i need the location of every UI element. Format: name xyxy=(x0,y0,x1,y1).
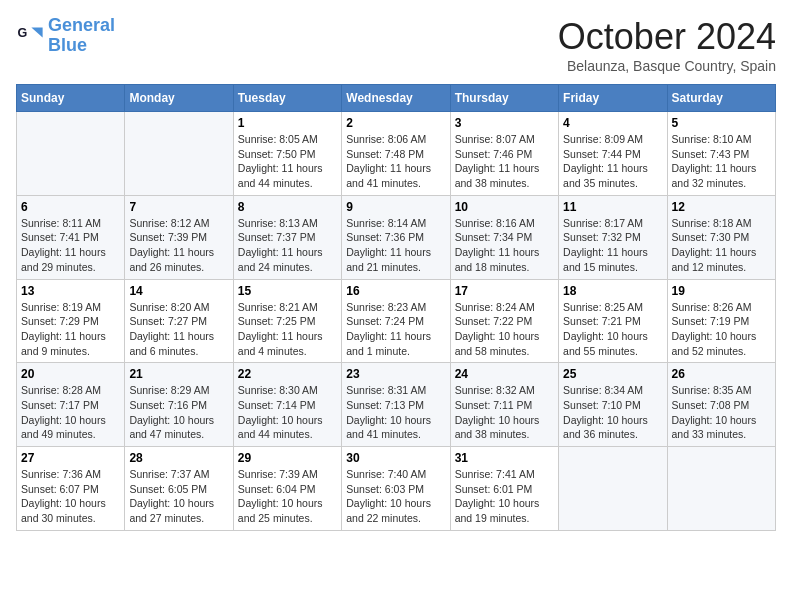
calendar-cell: 10Sunrise: 8:16 AM Sunset: 7:34 PM Dayli… xyxy=(450,195,558,279)
day-number: 8 xyxy=(238,200,337,214)
calendar-cell xyxy=(17,112,125,196)
calendar-cell: 11Sunrise: 8:17 AM Sunset: 7:32 PM Dayli… xyxy=(559,195,667,279)
calendar-cell: 1Sunrise: 8:05 AM Sunset: 7:50 PM Daylig… xyxy=(233,112,341,196)
day-number: 7 xyxy=(129,200,228,214)
calendar-cell: 27Sunrise: 7:36 AM Sunset: 6:07 PM Dayli… xyxy=(17,447,125,531)
day-info: Sunrise: 8:20 AM Sunset: 7:27 PM Dayligh… xyxy=(129,300,228,359)
day-info: Sunrise: 8:12 AM Sunset: 7:39 PM Dayligh… xyxy=(129,216,228,275)
calendar-cell xyxy=(559,447,667,531)
calendar-cell: 2Sunrise: 8:06 AM Sunset: 7:48 PM Daylig… xyxy=(342,112,450,196)
day-info: Sunrise: 8:16 AM Sunset: 7:34 PM Dayligh… xyxy=(455,216,554,275)
calendar-cell: 22Sunrise: 8:30 AM Sunset: 7:14 PM Dayli… xyxy=(233,363,341,447)
calendar-cell: 4Sunrise: 8:09 AM Sunset: 7:44 PM Daylig… xyxy=(559,112,667,196)
day-number: 6 xyxy=(21,200,120,214)
day-info: Sunrise: 8:23 AM Sunset: 7:24 PM Dayligh… xyxy=(346,300,445,359)
calendar-cell: 8Sunrise: 8:13 AM Sunset: 7:37 PM Daylig… xyxy=(233,195,341,279)
day-number: 21 xyxy=(129,367,228,381)
day-info: Sunrise: 8:35 AM Sunset: 7:08 PM Dayligh… xyxy=(672,383,771,442)
logo-line1: General xyxy=(48,16,115,36)
day-info: Sunrise: 8:07 AM Sunset: 7:46 PM Dayligh… xyxy=(455,132,554,191)
calendar-cell: 13Sunrise: 8:19 AM Sunset: 7:29 PM Dayli… xyxy=(17,279,125,363)
day-info: Sunrise: 7:40 AM Sunset: 6:03 PM Dayligh… xyxy=(346,467,445,526)
day-info: Sunrise: 8:30 AM Sunset: 7:14 PM Dayligh… xyxy=(238,383,337,442)
day-number: 27 xyxy=(21,451,120,465)
calendar-cell: 9Sunrise: 8:14 AM Sunset: 7:36 PM Daylig… xyxy=(342,195,450,279)
week-row-2: 6Sunrise: 8:11 AM Sunset: 7:41 PM Daylig… xyxy=(17,195,776,279)
day-info: Sunrise: 8:29 AM Sunset: 7:16 PM Dayligh… xyxy=(129,383,228,442)
calendar-cell: 23Sunrise: 8:31 AM Sunset: 7:13 PM Dayli… xyxy=(342,363,450,447)
day-number: 16 xyxy=(346,284,445,298)
day-info: Sunrise: 8:19 AM Sunset: 7:29 PM Dayligh… xyxy=(21,300,120,359)
day-number: 22 xyxy=(238,367,337,381)
week-row-5: 27Sunrise: 7:36 AM Sunset: 6:07 PM Dayli… xyxy=(17,447,776,531)
calendar-cell: 21Sunrise: 8:29 AM Sunset: 7:16 PM Dayli… xyxy=(125,363,233,447)
calendar-cell: 20Sunrise: 8:28 AM Sunset: 7:17 PM Dayli… xyxy=(17,363,125,447)
page-header: G General Blue October 2024 Belaunza, Ba… xyxy=(16,16,776,74)
day-number: 29 xyxy=(238,451,337,465)
weekday-header-tuesday: Tuesday xyxy=(233,85,341,112)
day-number: 24 xyxy=(455,367,554,381)
calendar-cell: 28Sunrise: 7:37 AM Sunset: 6:05 PM Dayli… xyxy=(125,447,233,531)
calendar-cell: 25Sunrise: 8:34 AM Sunset: 7:10 PM Dayli… xyxy=(559,363,667,447)
day-info: Sunrise: 8:24 AM Sunset: 7:22 PM Dayligh… xyxy=(455,300,554,359)
weekday-header-saturday: Saturday xyxy=(667,85,775,112)
weekday-header-thursday: Thursday xyxy=(450,85,558,112)
calendar-cell: 24Sunrise: 8:32 AM Sunset: 7:11 PM Dayli… xyxy=(450,363,558,447)
logo-icon: G xyxy=(16,22,44,50)
weekday-header-monday: Monday xyxy=(125,85,233,112)
day-number: 10 xyxy=(455,200,554,214)
day-info: Sunrise: 7:39 AM Sunset: 6:04 PM Dayligh… xyxy=(238,467,337,526)
title-block: October 2024 Belaunza, Basque Country, S… xyxy=(558,16,776,74)
logo: G General Blue xyxy=(16,16,115,56)
week-row-3: 13Sunrise: 8:19 AM Sunset: 7:29 PM Dayli… xyxy=(17,279,776,363)
calendar-cell: 3Sunrise: 8:07 AM Sunset: 7:46 PM Daylig… xyxy=(450,112,558,196)
calendar-table: SundayMondayTuesdayWednesdayThursdayFrid… xyxy=(16,84,776,531)
day-number: 12 xyxy=(672,200,771,214)
day-number: 23 xyxy=(346,367,445,381)
day-number: 11 xyxy=(563,200,662,214)
location: Belaunza, Basque Country, Spain xyxy=(558,58,776,74)
day-info: Sunrise: 8:13 AM Sunset: 7:37 PM Dayligh… xyxy=(238,216,337,275)
calendar-cell: 30Sunrise: 7:40 AM Sunset: 6:03 PM Dayli… xyxy=(342,447,450,531)
day-number: 1 xyxy=(238,116,337,130)
day-number: 28 xyxy=(129,451,228,465)
day-number: 15 xyxy=(238,284,337,298)
day-info: Sunrise: 8:34 AM Sunset: 7:10 PM Dayligh… xyxy=(563,383,662,442)
day-number: 31 xyxy=(455,451,554,465)
day-info: Sunrise: 7:37 AM Sunset: 6:05 PM Dayligh… xyxy=(129,467,228,526)
calendar-cell: 31Sunrise: 7:41 AM Sunset: 6:01 PM Dayli… xyxy=(450,447,558,531)
calendar-cell xyxy=(125,112,233,196)
day-info: Sunrise: 8:17 AM Sunset: 7:32 PM Dayligh… xyxy=(563,216,662,275)
calendar-cell: 12Sunrise: 8:18 AM Sunset: 7:30 PM Dayli… xyxy=(667,195,775,279)
day-number: 19 xyxy=(672,284,771,298)
day-number: 20 xyxy=(21,367,120,381)
calendar-cell: 18Sunrise: 8:25 AM Sunset: 7:21 PM Dayli… xyxy=(559,279,667,363)
day-info: Sunrise: 8:31 AM Sunset: 7:13 PM Dayligh… xyxy=(346,383,445,442)
weekday-header-row: SundayMondayTuesdayWednesdayThursdayFrid… xyxy=(17,85,776,112)
calendar-cell: 6Sunrise: 8:11 AM Sunset: 7:41 PM Daylig… xyxy=(17,195,125,279)
day-info: Sunrise: 8:26 AM Sunset: 7:19 PM Dayligh… xyxy=(672,300,771,359)
month-title: October 2024 xyxy=(558,16,776,58)
day-number: 2 xyxy=(346,116,445,130)
day-info: Sunrise: 8:06 AM Sunset: 7:48 PM Dayligh… xyxy=(346,132,445,191)
day-number: 26 xyxy=(672,367,771,381)
svg-text:G: G xyxy=(17,26,27,40)
calendar-cell: 7Sunrise: 8:12 AM Sunset: 7:39 PM Daylig… xyxy=(125,195,233,279)
calendar-cell: 14Sunrise: 8:20 AM Sunset: 7:27 PM Dayli… xyxy=(125,279,233,363)
calendar-cell xyxy=(667,447,775,531)
day-number: 4 xyxy=(563,116,662,130)
svg-marker-1 xyxy=(31,27,42,37)
day-number: 3 xyxy=(455,116,554,130)
day-info: Sunrise: 8:09 AM Sunset: 7:44 PM Dayligh… xyxy=(563,132,662,191)
day-info: Sunrise: 8:14 AM Sunset: 7:36 PM Dayligh… xyxy=(346,216,445,275)
day-info: Sunrise: 8:21 AM Sunset: 7:25 PM Dayligh… xyxy=(238,300,337,359)
day-info: Sunrise: 7:36 AM Sunset: 6:07 PM Dayligh… xyxy=(21,467,120,526)
day-number: 18 xyxy=(563,284,662,298)
calendar-cell: 26Sunrise: 8:35 AM Sunset: 7:08 PM Dayli… xyxy=(667,363,775,447)
calendar-cell: 29Sunrise: 7:39 AM Sunset: 6:04 PM Dayli… xyxy=(233,447,341,531)
week-row-4: 20Sunrise: 8:28 AM Sunset: 7:17 PM Dayli… xyxy=(17,363,776,447)
day-info: Sunrise: 8:28 AM Sunset: 7:17 PM Dayligh… xyxy=(21,383,120,442)
day-info: Sunrise: 8:05 AM Sunset: 7:50 PM Dayligh… xyxy=(238,132,337,191)
calendar-cell: 5Sunrise: 8:10 AM Sunset: 7:43 PM Daylig… xyxy=(667,112,775,196)
day-info: Sunrise: 8:11 AM Sunset: 7:41 PM Dayligh… xyxy=(21,216,120,275)
